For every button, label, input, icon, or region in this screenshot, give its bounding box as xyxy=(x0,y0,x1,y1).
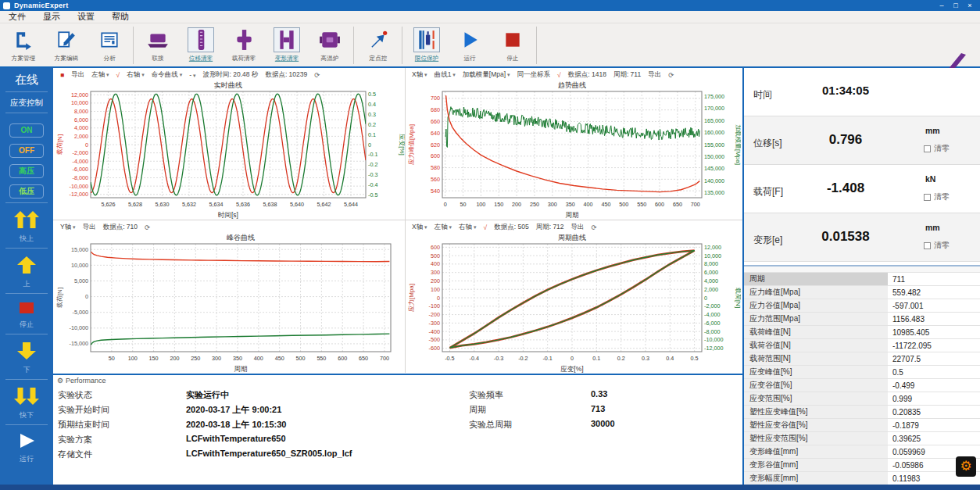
svg-text:-0.3: -0.3 xyxy=(494,355,503,362)
menu-display[interactable]: 显示 xyxy=(34,11,69,23)
stat-row: 塑性应变峰值[%]0.20835 xyxy=(744,406,980,419)
maximize-button[interactable]: □ xyxy=(949,0,963,11)
svg-text:2,000: 2,000 xyxy=(704,286,718,293)
refresh-icon[interactable]: ⟳ xyxy=(592,224,597,231)
fast-up-button[interactable]: 快上 xyxy=(13,210,40,244)
menu-file[interactable]: 文件 xyxy=(0,11,34,23)
svg-text:0.3: 0.3 xyxy=(642,355,649,362)
performance-value: 0.33 xyxy=(591,389,607,399)
check-icon: √ xyxy=(116,71,120,79)
load-unit: kN xyxy=(925,174,935,184)
toolbar-button-connect[interactable]: 联接 xyxy=(136,26,179,63)
refresh-icon[interactable]: ⟳ xyxy=(145,224,150,231)
analysis-icon xyxy=(96,27,123,52)
menu-help[interactable]: 帮助 xyxy=(103,11,138,23)
toolbar-button-plan-edit[interactable]: 方案编辑 xyxy=(45,26,88,63)
toolbar-button-plan-manage[interactable]: 方案管理 xyxy=(2,26,45,63)
x-axis-select[interactable]: X轴 ▾ xyxy=(412,70,427,80)
svg-text:-0.2: -0.2 xyxy=(368,161,377,168)
command-curve-select[interactable]: 命令曲线 ▾ xyxy=(152,70,182,80)
svg-text:0.4: 0.4 xyxy=(666,355,674,362)
settings-gear-icon[interactable]: ⚙ xyxy=(956,456,976,477)
displacement-zero-checkbox[interactable]: 清零 xyxy=(924,143,950,154)
y-axis-select[interactable]: Y轴 ▾ xyxy=(60,223,76,232)
divider xyxy=(5,202,48,203)
refresh-icon[interactable]: ⟳ xyxy=(668,71,674,79)
svg-text:-6,000: -6,000 xyxy=(73,166,88,173)
svg-text:周期: 周期 xyxy=(566,211,579,219)
stat-value: 10985.405 xyxy=(888,328,980,337)
modulus-select[interactable]: 加载模量[Mpa] ▾ xyxy=(463,70,510,80)
x-axis-select[interactable]: X轴 ▾ xyxy=(412,223,427,232)
app-logo-icon xyxy=(3,2,10,9)
fast-down-button[interactable]: 快下 xyxy=(13,387,40,420)
svg-text:150: 150 xyxy=(149,355,159,362)
svg-text:5,636: 5,636 xyxy=(236,201,250,208)
svg-text:150,000: 150,000 xyxy=(704,153,724,160)
svg-text:165,000: 165,000 xyxy=(704,117,724,124)
svg-text:135,000: 135,000 xyxy=(704,189,724,196)
jog-stop-button[interactable]: 停止 xyxy=(18,301,35,330)
svg-text:250: 250 xyxy=(191,355,200,362)
performance-value: LCFwithTemperature650 xyxy=(186,434,286,443)
toolbar-button-deformation-zero[interactable]: 变形清零 xyxy=(265,26,308,63)
stat-value: 711 xyxy=(888,275,980,284)
toolbar-button-run[interactable]: 运行 xyxy=(448,26,491,63)
menu-settings[interactable]: 设置 xyxy=(69,11,103,23)
right-axis-select[interactable]: 右轴 ▾ xyxy=(459,223,476,232)
svg-text:实时曲线: 实时曲线 xyxy=(214,81,242,89)
svg-text:300: 300 xyxy=(212,355,221,362)
toolbar-button-analysis[interactable]: 分析 xyxy=(88,26,131,63)
svg-text:-0.5: -0.5 xyxy=(368,191,377,199)
toolbar-button-setpoint[interactable]: 定点控 xyxy=(356,26,399,63)
export-button[interactable]: 导出 xyxy=(571,223,585,232)
high-pressure-button[interactable]: 高压 xyxy=(9,164,44,178)
svg-text:-0.1: -0.1 xyxy=(368,151,377,158)
export-button[interactable]: 导出 xyxy=(83,223,96,232)
option-select[interactable]: - ▾ xyxy=(189,71,195,79)
performance-value: 713 xyxy=(591,404,605,413)
stat-value: 0.5 xyxy=(888,368,980,377)
left-axis-select[interactable]: 左轴 ▾ xyxy=(91,70,109,80)
low-pressure-button[interactable]: 低压 xyxy=(9,184,44,199)
up-button[interactable]: 上 xyxy=(16,256,37,289)
sidebar-run-button[interactable]: 运行 xyxy=(16,432,37,464)
toolbar-button-limit-protection[interactable]: 限位保护 xyxy=(405,26,448,63)
stat-value: 22707.5 xyxy=(888,355,980,363)
svg-text:-12,000: -12,000 xyxy=(70,191,88,198)
load-zero-checkbox[interactable]: 清零 xyxy=(924,191,950,202)
svg-text:-0.4: -0.4 xyxy=(470,355,479,362)
curve1-select[interactable]: 曲线1 ▾ xyxy=(435,70,456,80)
svg-text:560: 560 xyxy=(431,176,440,183)
left-axis-select[interactable]: 左轴 ▾ xyxy=(435,223,452,232)
off-button[interactable]: OFF xyxy=(9,144,44,158)
cycle-curve-chart[interactable]: 周期曲线-600-500-400-300-200-100010020030040… xyxy=(406,233,741,374)
deformation-readout-row: 变形[e] 0.01538 mm 清零 xyxy=(744,213,980,262)
deformation-zero-checkbox[interactable]: 清零 xyxy=(924,240,950,251)
stat-row: 应变峰值[%]0.5 xyxy=(744,366,980,379)
export-button[interactable]: 导出 xyxy=(71,70,84,80)
refresh-icon[interactable]: ⟳ xyxy=(314,71,320,79)
peak-valley-curve-chart[interactable]: 峰谷曲线-15,000-10,000-5,00005,00010,00015,0… xyxy=(55,233,405,374)
minimize-button[interactable]: – xyxy=(935,0,949,11)
toolbar-button-furnace[interactable]: 高温炉 xyxy=(308,26,351,63)
deformation-label: 变形[e] xyxy=(753,234,782,247)
performance-value: LCFwithTemperature650_SZR005.lop_lcf xyxy=(186,449,352,458)
close-button[interactable]: × xyxy=(963,0,977,11)
toolbar-button-stop[interactable]: 停止 xyxy=(491,26,534,63)
toolbar-button-load-zero[interactable]: 载荷清零 xyxy=(222,26,265,63)
svg-text:时间[s]: 时间[s] xyxy=(218,211,238,219)
trend-curve-chart[interactable]: 趋势曲线540560580600620640660680700135,00014… xyxy=(406,80,741,220)
jog-label: 快上 xyxy=(20,234,34,244)
on-button[interactable]: ON xyxy=(9,123,44,138)
export-button[interactable]: 导出 xyxy=(648,70,661,80)
displacement-zero-icon xyxy=(188,27,214,52)
down-arrow-icon xyxy=(16,342,37,363)
down-button[interactable]: 下 xyxy=(16,342,37,375)
toolbar-button-displacement-zero[interactable]: 位移清零 xyxy=(179,26,222,63)
svg-text:0.4: 0.4 xyxy=(368,101,376,108)
realtime-curve-chart[interactable]: 实时曲线-12,000-10,000-8,000-6,000-4,000-2,0… xyxy=(55,80,405,220)
svg-text:170,000: 170,000 xyxy=(704,105,724,112)
right-axis-select[interactable]: 右轴 ▾ xyxy=(127,70,144,80)
svg-text:载荷[N]: 载荷[N] xyxy=(56,288,63,308)
